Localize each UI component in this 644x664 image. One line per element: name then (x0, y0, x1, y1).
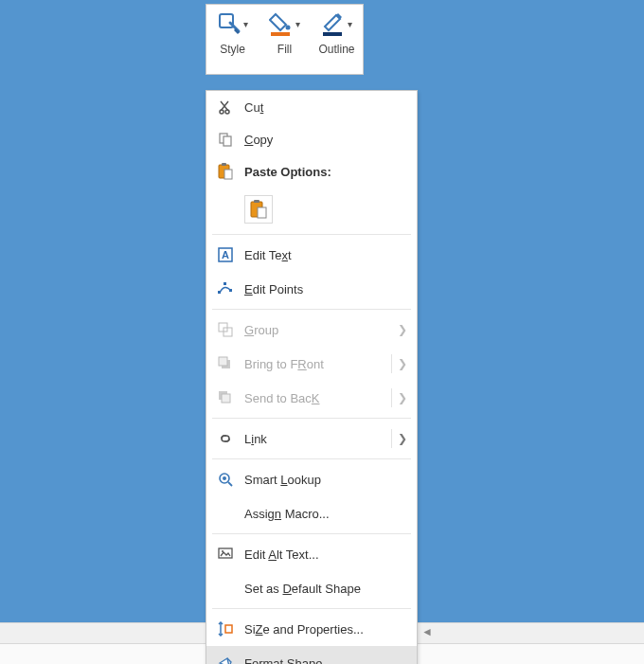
menu-send-back: Send to BacK ❯ (206, 381, 417, 415)
svg-rect-9 (222, 163, 226, 166)
svg-line-26 (228, 482, 232, 486)
paste-options-row (206, 188, 417, 231)
outline-button[interactable]: ▾ Outline (313, 9, 361, 56)
edit-points-icon (216, 279, 235, 298)
svg-point-29 (222, 550, 224, 552)
svg-rect-18 (229, 289, 232, 292)
menu-cut-label: Cut (244, 100, 263, 115)
menu-paste-label: Paste Options: (244, 165, 331, 179)
style-label: Style (220, 43, 245, 56)
menu-default-shape-label: Set as Default Shape (244, 582, 361, 596)
split-divider (391, 429, 392, 448)
svg-point-5 (225, 110, 229, 114)
separator (212, 309, 411, 310)
menu-edit-text-label: Edit Text (244, 248, 292, 262)
svg-rect-7 (224, 136, 231, 146)
menu-send-back-label: Send to BacK (244, 391, 320, 405)
fill-label: Fill (277, 43, 292, 56)
outline-icon: ▾ (321, 9, 352, 39)
menu-smart-lookup[interactable]: Smart Lookup (206, 462, 417, 496)
menu-link-label: Link (244, 432, 267, 446)
svg-rect-22 (219, 357, 227, 366)
link-icon (216, 429, 235, 448)
menu-assign-macro[interactable]: Assign Macro... (206, 496, 417, 530)
context-menu: Cut Copy Paste Options: A Edit Text Edit… (206, 90, 418, 664)
menu-link[interactable]: Link ❯ (206, 422, 417, 456)
paste-icon (216, 162, 235, 181)
submenu-arrow-icon: ❯ (398, 432, 407, 445)
svg-rect-2 (271, 32, 290, 36)
submenu-arrow-icon: ❯ (398, 357, 407, 370)
outline-label: Outline (318, 43, 354, 56)
fill-button[interactable]: ▾ Fill (261, 9, 309, 56)
size-icon (216, 619, 235, 638)
menu-size-props-label: SiZe and Properties... (244, 622, 364, 637)
svg-rect-31 (225, 625, 232, 633)
menu-default-shape[interactable]: Set as Default Shape (206, 571, 417, 605)
menu-size-props[interactable]: SiZe and Properties... (206, 612, 417, 646)
menu-paste-options: Paste Options: (206, 155, 417, 188)
submenu-arrow-icon: ❯ (398, 323, 407, 336)
separator (212, 533, 411, 534)
svg-text:A: A (222, 249, 229, 260)
separator (212, 458, 411, 459)
scroll-left-arrow[interactable]: ◄ (420, 625, 434, 638)
separator (212, 234, 411, 235)
svg-rect-12 (254, 200, 259, 203)
svg-rect-3 (323, 32, 342, 36)
menu-format-shape[interactable]: Format Shape... (206, 646, 417, 664)
send-back-icon (216, 388, 235, 407)
svg-rect-24 (222, 394, 230, 403)
svg-rect-10 (224, 170, 232, 179)
menu-smart-lookup-label: Smart Lookup (244, 473, 321, 487)
edit-text-icon: A (216, 245, 235, 264)
menu-edit-text[interactable]: A Edit Text (206, 238, 417, 272)
separator (212, 418, 411, 419)
alt-text-icon (216, 545, 235, 564)
split-divider (391, 354, 392, 373)
menu-edit-alt[interactable]: Edit Alt Text... (206, 537, 417, 571)
svg-rect-16 (218, 291, 221, 294)
split-divider (391, 388, 392, 407)
paste-default-chip[interactable] (244, 195, 273, 224)
svg-point-4 (220, 110, 224, 114)
submenu-arrow-icon: ❯ (398, 391, 407, 404)
cut-icon (216, 98, 235, 117)
menu-bring-front-label: Bring to FRont (244, 357, 324, 371)
group-icon (216, 320, 235, 339)
svg-point-1 (286, 26, 291, 30)
svg-point-27 (223, 476, 226, 480)
menu-edit-points[interactable]: Edit Points (206, 272, 417, 306)
menu-format-shape-label: Format Shape... (244, 656, 332, 665)
menu-group: Group ❯ (206, 313, 417, 347)
smart-lookup-icon (216, 470, 235, 489)
menu-bring-front: Bring to FRont ❯ (206, 347, 417, 381)
menu-edit-points-label: Edit Points (244, 282, 303, 296)
menu-assign-macro-label: Assign Macro... (244, 507, 330, 521)
copy-icon (216, 130, 235, 149)
menu-copy-label: Copy (244, 133, 273, 147)
format-shape-icon (216, 654, 235, 664)
bring-front-icon (216, 354, 235, 373)
menu-edit-alt-label: Edit Alt Text... (244, 547, 319, 562)
fill-icon: ▾ (269, 9, 300, 39)
style-button[interactable]: ▾ Style (209, 9, 257, 56)
mini-toolbar: ▾ Style ▾ Fill ▾ Outline (206, 4, 364, 75)
menu-copy[interactable]: Copy (206, 123, 417, 155)
separator (212, 608, 411, 609)
menu-group-label: Group (244, 323, 278, 337)
svg-rect-28 (219, 548, 232, 558)
svg-rect-17 (224, 282, 226, 285)
svg-rect-13 (258, 207, 266, 218)
style-icon: ▾ (217, 9, 248, 39)
menu-cut[interactable]: Cut (206, 91, 417, 123)
